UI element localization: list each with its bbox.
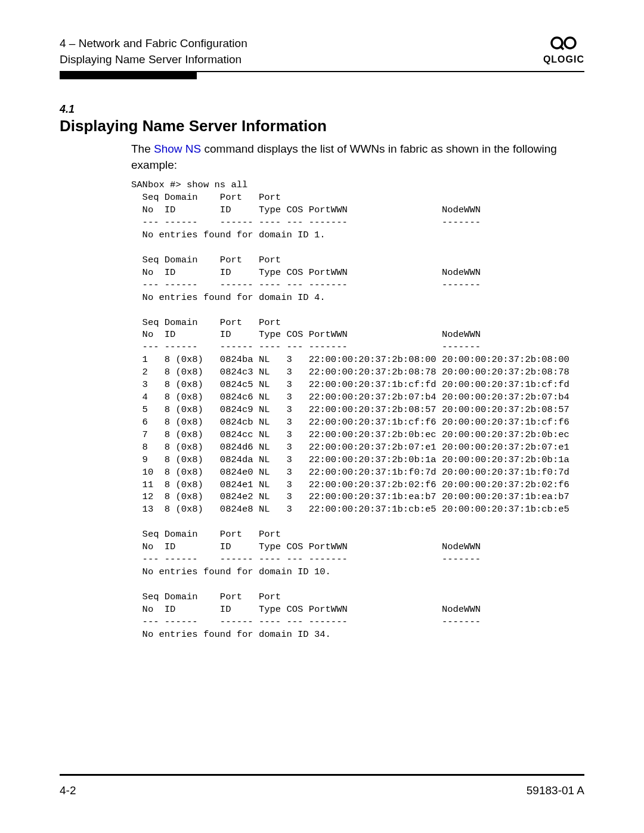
page-header: 4 – Network and Fabric Configuration Dis… (60, 36, 584, 67)
page-footer: 4-2 59183-01 A (60, 774, 584, 797)
header-subtitle: Displaying Name Server Information (60, 52, 247, 68)
page-number: 4-2 (60, 784, 76, 797)
intro-prefix: The (131, 143, 154, 155)
show-ns-link[interactable]: Show NS (154, 143, 201, 155)
logo-svg (550, 36, 577, 50)
header-text-block: 4 – Network and Fabric Configuration Dis… (60, 36, 247, 67)
cli-output: SANbox #> show ns all Seq Domain Port Po… (131, 179, 584, 640)
section-title: Displaying Name Server Information (60, 117, 584, 135)
section-number: 4.1 (60, 103, 584, 116)
qlogic-logo-icon (543, 36, 584, 54)
svg-point-2 (565, 38, 575, 48)
chapter-line: 4 – Network and Fabric Configuration (60, 36, 247, 52)
page: 4 – Network and Fabric Configuration Dis… (0, 0, 644, 833)
brand-name: QLOGIC (543, 54, 584, 65)
brand-logo: QLOGIC (543, 36, 584, 65)
doc-number: 59183-01 A (527, 784, 584, 797)
svg-line-1 (560, 46, 564, 49)
footer-divider (60, 774, 584, 776)
intro-paragraph: The Show NS command displays the list of… (131, 141, 584, 173)
footer-row: 4-2 59183-01 A (60, 784, 584, 797)
header-accent-bar (60, 71, 197, 79)
